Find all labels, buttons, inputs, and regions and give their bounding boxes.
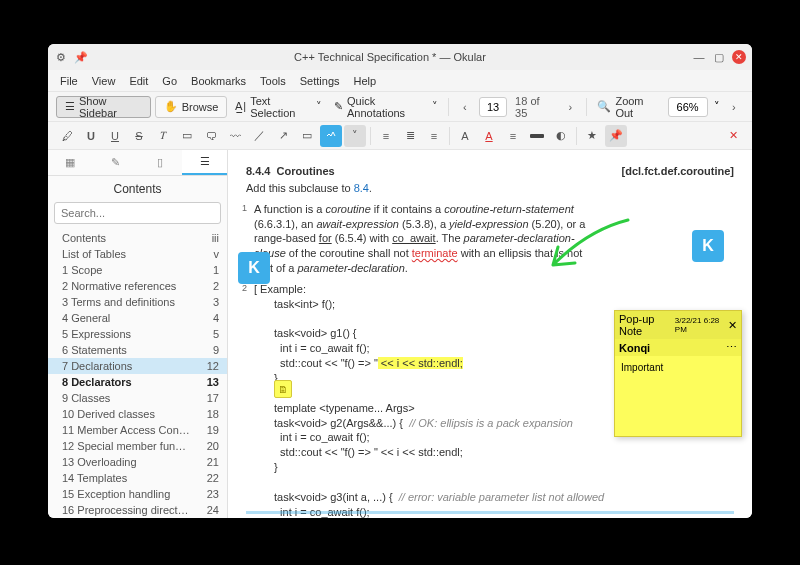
show-sidebar-button[interactable]: ☰Show Sidebar [56, 96, 151, 118]
popup-header: Pop-up Note 3/22/21 6:28 PM ✕ [615, 311, 741, 339]
toc-item[interactable]: 15 Exception handling23 [48, 486, 227, 502]
inline-note-icon[interactable]: ▭ [176, 125, 198, 147]
menu-go[interactable]: Go [156, 73, 183, 89]
paragraph-1: 1 A function is a coroutine if it contai… [254, 202, 734, 276]
menubar: File View Edit Go Bookmarks Tools Settin… [48, 70, 752, 92]
content: ▦ ✎ ▯ ☰ Contents ContentsiiiList of Tabl… [48, 150, 752, 518]
close-button[interactable]: ✕ [732, 50, 746, 64]
page-input[interactable] [479, 97, 507, 117]
bookmark-icon[interactable]: ★ [581, 125, 603, 147]
okular-window: ⚙ 📌 C++ Technical Specification * — Okul… [48, 44, 752, 518]
popup-close-icon[interactable]: ✕ [728, 319, 737, 332]
subclause-note: Add this subclause to 8.4. [246, 181, 734, 196]
toc-item[interactable]: 3 Terms and definitions3 [48, 294, 227, 310]
toolbar-main: ☰Show Sidebar ✋Browse A̲|Text Selection˅… [48, 92, 752, 122]
stamp-kde-1[interactable]: K [238, 252, 270, 284]
next-page-button[interactable]: › [560, 96, 580, 118]
sidebar: ▦ ✎ ▯ ☰ Contents ContentsiiiList of Tabl… [48, 150, 228, 518]
arrow-icon[interactable]: ↗ [272, 125, 294, 147]
toc-item[interactable]: 2 Normative references2 [48, 278, 227, 294]
separator [448, 98, 449, 116]
align-center-icon[interactable]: ≣ [399, 125, 421, 147]
rectangle-icon[interactable]: ▭ [296, 125, 318, 147]
menu-edit[interactable]: Edit [123, 73, 154, 89]
opacity-icon[interactable]: ◐ [550, 125, 572, 147]
prev-page-button[interactable]: ‹ [455, 96, 475, 118]
separator [586, 98, 587, 116]
toc-item[interactable]: Contentsiii [48, 230, 227, 246]
toc[interactable]: ContentsiiiList of Tablesv1 Scope12 Norm… [48, 230, 227, 518]
typewriter-icon[interactable]: 𝑇 [152, 125, 174, 147]
freehand-icon[interactable]: 〰 [224, 125, 246, 147]
sidebar-tab-bookmarks[interactable]: ▯ [138, 150, 183, 175]
toc-item[interactable]: List of Tablesv [48, 246, 227, 262]
stamp-dropdown[interactable]: ˅ [344, 125, 366, 147]
toc-item[interactable]: 11 Member Access Con…19 [48, 422, 227, 438]
toc-item[interactable]: 13 Overloading21 [48, 454, 227, 470]
toc-item[interactable]: 9 Classes17 [48, 390, 227, 406]
toc-item[interactable]: 16 Preprocessing direct…24 [48, 502, 227, 518]
quick-annotations-button[interactable]: ✎Quick Annotations˅ [330, 96, 442, 118]
menu-help[interactable]: Help [348, 73, 383, 89]
strikeout-icon[interactable]: S [128, 125, 150, 147]
stamp-icon[interactable] [320, 125, 342, 147]
zoom-select[interactable] [668, 97, 708, 117]
document-view[interactable]: 8.4.4 Coroutines [dcl.fct.def.coroutine]… [228, 150, 752, 518]
toc-item[interactable]: 4 General4 [48, 310, 227, 326]
pin-icon[interactable]: 📌 [74, 50, 88, 64]
maximize-button[interactable]: ▢ [712, 50, 726, 64]
browse-button[interactable]: ✋Browse [155, 96, 228, 118]
font-icon[interactable]: A [454, 125, 476, 147]
separator [370, 127, 371, 145]
align-right-icon[interactable]: ≡ [423, 125, 445, 147]
pushpin-icon[interactable]: 📌 [605, 125, 627, 147]
highlighter-icon[interactable]: 🖊 [56, 125, 78, 147]
menu-file[interactable]: File [54, 73, 84, 89]
minimize-button[interactable]: — [692, 50, 706, 64]
menu-settings[interactable]: Settings [294, 73, 346, 89]
toc-item[interactable]: 8 Declarators13 [48, 374, 227, 390]
toc-item[interactable]: 14 Templates22 [48, 470, 227, 486]
sidebar-tabs: ▦ ✎ ▯ ☰ [48, 150, 227, 176]
popup-date: 3/22/21 6:28 PM [675, 316, 725, 334]
selection-bar [246, 511, 734, 514]
app-menu-icon[interactable]: ⚙ [54, 50, 68, 64]
menu-view[interactable]: View [86, 73, 122, 89]
sidebar-tab-reviews[interactable]: ✎ [93, 150, 138, 175]
titlebar: ⚙ 📌 C++ Technical Specification * — Okul… [48, 44, 752, 70]
toc-item[interactable]: 5 Expressions5 [48, 326, 227, 342]
toc-item[interactable]: 12 Special member fun…20 [48, 438, 227, 454]
line-icon[interactable]: ／ [248, 125, 270, 147]
underline-icon[interactable]: U [80, 125, 102, 147]
text-color-icon[interactable]: A [478, 125, 500, 147]
popup-note[interactable]: Pop-up Note 3/22/21 6:28 PM ✕ Konqi ⋯ Im… [614, 310, 742, 437]
toc-item[interactable]: 10 Derived classes18 [48, 406, 227, 422]
menu-bookmarks[interactable]: Bookmarks [185, 73, 252, 89]
color-picker-icon[interactable] [526, 125, 548, 147]
sidebar-title: Contents [48, 176, 227, 202]
popup-note-icon[interactable]: 🗨 [200, 125, 222, 147]
zoom-out-button[interactable]: 🔍Zoom Out [593, 96, 663, 118]
menu-tools[interactable]: Tools [254, 73, 292, 89]
popup-body[interactable]: Important [615, 356, 741, 436]
close-toolbar-icon[interactable]: ✕ [722, 125, 744, 147]
line-width-icon[interactable]: ≡ [502, 125, 524, 147]
align-left-icon[interactable]: ≡ [375, 125, 397, 147]
window-title: C++ Technical Specification * — Okular [88, 51, 692, 63]
sidebar-tab-thumbnails[interactable]: ▦ [48, 150, 93, 175]
squiggle-icon[interactable]: U [104, 125, 126, 147]
toc-item[interactable]: 1 Scope1 [48, 262, 227, 278]
stamp-kde-2[interactable]: K [692, 230, 724, 262]
toc-item[interactable]: 7 Declarations12 [48, 358, 227, 374]
popup-options-icon[interactable]: ⋯ [726, 341, 737, 354]
text-selection-button[interactable]: A̲|Text Selection˅ [231, 96, 326, 118]
toc-item[interactable]: 6 Statements9 [48, 342, 227, 358]
sidebar-tab-contents[interactable]: ☰ [182, 150, 227, 175]
sticky-note-icon[interactable]: 🗎 [274, 380, 292, 398]
popup-author: Konqi [619, 342, 723, 354]
separator [576, 127, 577, 145]
popup-title: Pop-up Note [619, 313, 672, 337]
search-input[interactable] [54, 202, 221, 224]
page-of-label: 18 of 35 [511, 95, 556, 119]
next-button[interactable]: › [724, 96, 744, 118]
